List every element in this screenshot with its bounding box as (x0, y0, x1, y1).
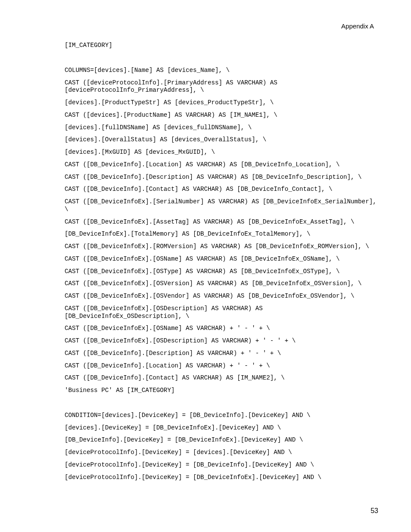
code-line: CAST ([DB_DeviceInfo].[Contact] AS VARCH… (65, 374, 378, 382)
code-line: CAST ([DB_DeviceInfoEx].[OSType] AS VARC… (65, 268, 378, 276)
code-line: CAST ([DB_DeviceInfoEx].[AssetTag] AS VA… (65, 218, 378, 226)
code-line: CAST ([DB_DeviceInfoEx].[OSDescription] … (65, 305, 378, 320)
code-line: CAST ([devices].[ProductName] AS VARCHAR… (65, 112, 378, 119)
code-line: [devices].[OverallStatus] AS [devices_Ov… (65, 136, 378, 144)
code-line: CAST ([DB_DeviceInfoEx].[OSVersion] AS V… (65, 280, 378, 288)
code-line: CAST ([DB_DeviceInfo].[Description] AS V… (65, 174, 378, 181)
code-line: [deviceProtocolInfo].[DeviceKey] = [devi… (65, 449, 378, 457)
code-line: CAST ([DB_DeviceInfoEx].[OSDescription] … (65, 337, 378, 345)
document-page: Appendix A [IM_CATEGORY]COLUMNS=[devices… (0, 0, 411, 532)
code-line: CAST ([DB_DeviceInfoEx].[SerialNumber] A… (65, 198, 378, 214)
page-header: Appendix A (65, 22, 378, 30)
code-block: [IM_CATEGORY]COLUMNS=[devices].[Name] AS… (65, 42, 378, 481)
code-line: [IM_CATEGORY] (65, 42, 378, 50)
code-line: CAST ([DB_DeviceInfo].[Location] AS VARC… (65, 362, 378, 370)
code-line: [devices].[ProductTypeStr] AS [devices_P… (65, 99, 378, 107)
code-line: [devices].[DeviceKey] = [DB_DeviceInfoEx… (65, 424, 378, 432)
code-line: CAST ([DB_DeviceInfoEx].[OSName] AS VARC… (65, 255, 378, 263)
page-number: 53 (371, 507, 378, 515)
code-line: 'Business PC' AS [IM_CATEGORY] (65, 387, 378, 395)
code-line: [DB_DeviceInfo].[DeviceKey] = [DB_Device… (65, 436, 378, 444)
code-line: CAST ([DB_DeviceInfoEx].[OSVendor] AS VA… (65, 292, 378, 300)
code-line: [DB_DeviceInfoEx].[TotalMemory] AS [DB_D… (65, 230, 378, 238)
code-line: CAST ([DB_DeviceInfo].[Location] AS VARC… (65, 161, 378, 169)
code-line: [deviceProtocolInfo].[DeviceKey] = [DB_D… (65, 474, 378, 482)
code-line: CAST ([DB_DeviceInfoEx].[OSName] AS VARC… (65, 325, 378, 333)
code-line: COLUMNS=[devices].[Name] AS [devices_Nam… (65, 67, 378, 75)
code-line: CAST ([deviceProtocolInfo].[PrimaryAddre… (65, 79, 378, 95)
code-line: [devices].[fullDNSName] AS [devices_full… (65, 124, 378, 132)
code-line: CONDITION=[devices].[DeviceKey] = [DB_De… (65, 412, 378, 420)
code-line: CAST ([DB_DeviceInfo].[Contact] AS VARCH… (65, 186, 378, 193)
code-line: CAST ([DB_DeviceInfoEx].[ROMVersion] AS … (65, 243, 378, 251)
code-line: [devices].[MxGUID] AS [devices_MxGUID], … (65, 149, 378, 156)
code-line: [deviceProtocolInfo].[DeviceKey] = [DB_D… (65, 461, 378, 469)
code-line: CAST ([DB_DeviceInfo].[Description] AS V… (65, 350, 378, 358)
